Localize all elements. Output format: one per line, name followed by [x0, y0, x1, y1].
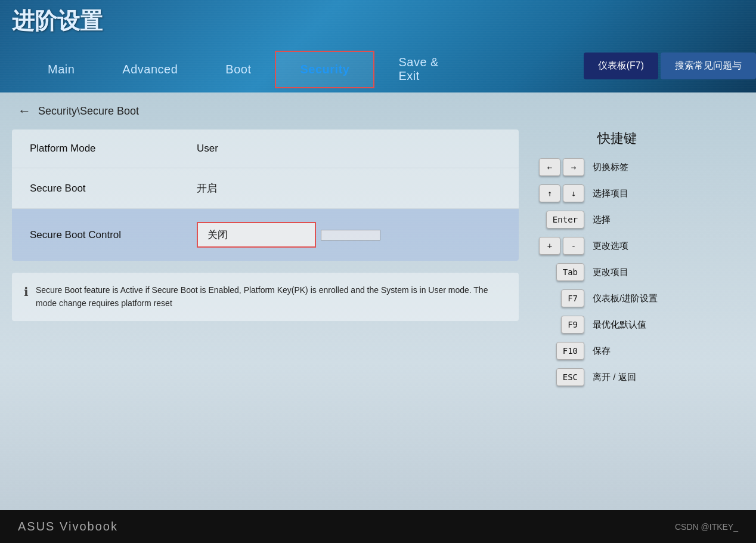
key-tab: Tab: [556, 263, 584, 281]
back-arrow[interactable]: ←: [18, 103, 31, 119]
main-content: ← Security\Secure Boot Platform Mode Use…: [0, 92, 756, 543]
secure-boot-control-dropdown[interactable]: 关闭: [197, 222, 316, 248]
content-layout: Platform Mode User Secure Boot 开启 Secure…: [0, 129, 756, 538]
key-left: ←: [539, 158, 560, 176]
platform-mode-value: User: [197, 143, 501, 155]
secure-boot-label: Secure Boot: [30, 183, 197, 195]
shortcut-keys-tabs: ← →: [531, 158, 584, 176]
shortcut-keys-enter: Enter: [531, 211, 584, 229]
settings-card: Platform Mode User Secure Boot 开启 Secure…: [12, 129, 519, 261]
left-panel: Platform Mode User Secure Boot 开启 Secure…: [12, 129, 519, 538]
page-title: 进阶设置: [12, 6, 103, 36]
bottom-brand: ASUS Vivobook: [18, 520, 118, 533]
shortcut-keys-f9: F9: [531, 316, 584, 334]
secure-boot-control-label: Secure Boot Control: [30, 229, 197, 241]
dashboard-button[interactable]: 仪表板(F7): [584, 53, 658, 79]
key-down: ↓: [563, 184, 584, 202]
secure-boot-control-value2: [321, 230, 380, 240]
bottom-watermark: CSDN @ITKEY_: [675, 522, 738, 532]
shortcut-row-change: + - 更改选项: [531, 237, 704, 255]
shortcut-desc-f10: 保存: [593, 345, 704, 357]
key-f7: F7: [561, 289, 584, 307]
breadcrumb: ← Security\Secure Boot: [0, 92, 756, 129]
key-enter: Enter: [546, 211, 584, 229]
shortcut-row-f9: F9 最优化默认值: [531, 316, 704, 334]
shortcut-desc-tab: 更改项目: [593, 267, 704, 278]
shortcut-row-tab: Tab 更改项目: [531, 263, 704, 281]
tab-security[interactable]: Security: [275, 51, 374, 88]
shortcut-keys-change: + -: [531, 237, 584, 255]
shortcut-row-tabs: ← → 切换标签: [531, 158, 704, 176]
info-icon: ℹ: [24, 285, 29, 299]
nav-tabs: Main Advanced Boot Security Save & Exit: [0, 45, 465, 94]
shortcut-row-enter: Enter 选择: [531, 211, 704, 229]
shortcut-desc-f9: 最优化默认值: [593, 319, 704, 331]
shortcut-row-select: ↑ ↓ 选择项目: [531, 184, 704, 202]
header-right-buttons: 仪表板(F7) 搜索常见问题与: [584, 53, 756, 79]
tab-boot[interactable]: Boot: [202, 52, 275, 87]
shortcut-desc-tabs: 切换标签: [593, 162, 704, 173]
platform-mode-label: Platform Mode: [30, 143, 197, 155]
key-plus: +: [539, 237, 560, 255]
shortcut-keys-f10: F10: [531, 342, 584, 360]
shortcut-desc-esc: 离开 / 返回: [593, 372, 704, 383]
setting-row-platform-mode: Platform Mode User: [12, 129, 519, 168]
setting-row-secure-boot-control[interactable]: Secure Boot Control 关闭: [12, 209, 519, 261]
shortcut-keys-f7: F7: [531, 289, 584, 307]
shortcut-desc-change: 更改选项: [593, 240, 704, 252]
shortcut-keys-select: ↑ ↓: [531, 184, 584, 202]
setting-row-secure-boot: Secure Boot 开启: [12, 168, 519, 209]
info-text: Secure Boot feature is Active if Secure …: [36, 283, 507, 310]
bottom-bar: ASUS Vivobook CSDN @ITKEY_: [0, 510, 756, 543]
right-panel: 快捷键 ← → 切换标签 ↑ ↓ 选择项目 Enter: [531, 129, 704, 538]
shortcut-desc-f7: 仪表板/进阶设置: [593, 293, 704, 304]
breadcrumb-path: Security\Secure Boot: [38, 105, 139, 118]
shortcut-keys-esc: ESC: [531, 368, 584, 386]
key-right: →: [563, 158, 584, 176]
search-button[interactable]: 搜索常见问题与: [661, 53, 756, 79]
secure-boot-value: 开启: [197, 181, 501, 195]
key-f10: F10: [556, 342, 584, 360]
key-minus: -: [563, 237, 584, 255]
shortcut-row-f7: F7 仪表板/进阶设置: [531, 289, 704, 307]
key-f9: F9: [561, 316, 584, 334]
shortcut-row-f10: F10 保存: [531, 342, 704, 360]
info-card: ℹ Secure Boot feature is Active if Secur…: [12, 273, 519, 321]
key-esc: ESC: [556, 368, 584, 386]
dropdown-container: 关闭: [197, 222, 380, 248]
shortcut-row-esc: ESC 离开 / 返回: [531, 368, 704, 386]
shortcut-desc-enter: 选择: [593, 214, 704, 226]
page-title-area: 进阶设置: [12, 6, 103, 36]
tab-main[interactable]: Main: [24, 52, 98, 87]
shortcuts-title: 快捷键: [531, 129, 704, 147]
tab-advanced[interactable]: Advanced: [98, 52, 202, 87]
shortcut-keys-tab: Tab: [531, 263, 584, 281]
tab-save-exit[interactable]: Save & Exit: [374, 45, 465, 94]
key-up: ↑: [539, 184, 560, 202]
shortcut-desc-select: 选择项目: [593, 188, 704, 199]
